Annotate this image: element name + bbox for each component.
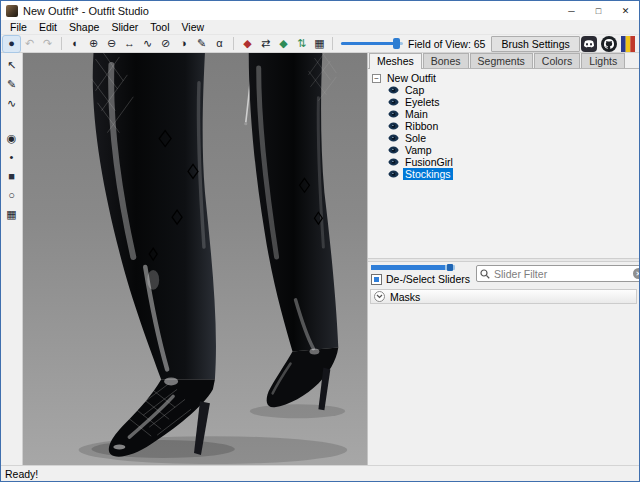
mesh-item-cap[interactable]: Cap	[388, 84, 639, 96]
panel-slider-handle[interactable]	[447, 264, 453, 271]
move-vertex-tool[interactable]: ⇅	[293, 36, 310, 52]
sphere-view-tool[interactable]: ○	[3, 187, 20, 203]
inflate-brush-tool[interactable]: ⊕	[85, 36, 102, 52]
visibility-eye-icon[interactable]	[388, 146, 399, 154]
fov-slider-fill	[341, 42, 394, 45]
left-toolbar: ↖✎∿◉•■○▦	[1, 53, 23, 465]
mesh-item-eyelets[interactable]: Eyelets	[388, 96, 639, 108]
maximize-button[interactable]: □	[585, 1, 612, 20]
mesh-item-main[interactable]: Main	[388, 108, 639, 120]
minimize-button[interactable]: ─	[558, 1, 585, 20]
mask-brush-tool[interactable]: ◐	[67, 36, 84, 52]
masks-group-header[interactable]: Masks	[370, 289, 637, 304]
mesh-item-label: FusionGirl	[403, 156, 455, 168]
discord-icon[interactable]	[581, 36, 597, 52]
visibility-eye-icon[interactable]	[388, 158, 399, 166]
slider-controls-row: De-/Select Sliders ✕	[368, 262, 639, 286]
window-controls: ─ □ ✕	[558, 1, 639, 20]
menu-edit[interactable]: Edit	[33, 20, 63, 34]
toolbar-separator	[233, 37, 234, 50]
tab-segments[interactable]: Segments	[470, 53, 533, 68]
smooth-brush-tool[interactable]: ∿	[139, 36, 156, 52]
tab-bones[interactable]: Bones	[423, 53, 469, 68]
boots-3d-render	[23, 53, 367, 465]
undiff-brush-tool[interactable]: ⊘	[157, 36, 174, 52]
tree-expander-icon[interactable]: −	[372, 74, 381, 83]
menu-slider[interactable]: Slider	[105, 20, 144, 34]
deselect-sliders-button[interactable]: De-/Select Sliders	[371, 272, 470, 286]
tab-lights[interactable]: Lights	[581, 53, 625, 68]
panel-slider[interactable]	[371, 265, 455, 270]
alpha-brush-tool[interactable]: α	[211, 36, 228, 52]
redo-button[interactable]: ↷	[39, 36, 56, 52]
visibility-eye-icon[interactable]	[388, 110, 399, 118]
flag-icon[interactable]	[621, 36, 635, 52]
search-icon	[480, 269, 490, 279]
brush-settings-button[interactable]: Brush Settings	[491, 36, 579, 52]
main-area: ↖✎∿◉•■○▦	[1, 53, 639, 465]
flip-edge-tool[interactable]: ⇄	[257, 36, 274, 52]
visibility-eye-icon[interactable]	[388, 170, 399, 178]
mesh-item-label: Cap	[403, 84, 426, 96]
move-brush-tool[interactable]: ↔	[121, 36, 138, 52]
tab-meshes[interactable]: Meshes	[369, 53, 422, 69]
slider-filter-box[interactable]: ✕	[476, 265, 640, 282]
deflate-brush-tool[interactable]: ⊖	[103, 36, 120, 52]
visibility-eye-icon[interactable]	[388, 98, 399, 106]
window-title: New Outfit* - Outfit Studio	[23, 5, 149, 17]
merge-vertex-tool[interactable]: ▦	[311, 36, 328, 52]
menu-tool[interactable]: Tool	[144, 20, 175, 34]
visibility-eye-icon[interactable]	[388, 86, 399, 94]
fov-label: Field of View: 65	[408, 38, 485, 50]
cursor-select-tool[interactable]: ↖	[3, 57, 20, 73]
grid-toggle[interactable]: ▦	[3, 206, 20, 222]
mesh-item-label: Eyelets	[403, 96, 441, 108]
collapse-chevron-icon[interactable]	[374, 291, 385, 302]
toolbar-separator	[61, 37, 62, 50]
deselect-sliders-icon	[371, 274, 382, 285]
masks-group-label: Masks	[390, 291, 420, 303]
brush-tool[interactable]: ◉	[3, 130, 20, 146]
front-boot	[92, 53, 216, 457]
github-icon[interactable]	[601, 36, 617, 52]
app-icon	[6, 5, 18, 17]
mesh-item-fusiongirl[interactable]: FusionGirl	[388, 156, 639, 168]
visibility-eye-icon[interactable]	[388, 122, 399, 130]
tab-colors[interactable]: Colors	[534, 53, 580, 68]
mesh-tabs: MeshesBonesSegmentsColorsLights	[368, 53, 639, 69]
split-edge-tool[interactable]: ◆	[275, 36, 292, 52]
menu-view[interactable]: View	[176, 20, 211, 34]
visibility-eye-icon[interactable]	[388, 134, 399, 142]
weight-brush-tool[interactable]: ◑	[175, 36, 192, 52]
mesh-tree-root[interactable]: − New Outfit	[372, 72, 639, 84]
mesh-item-label: Ribbon	[403, 120, 440, 132]
collapse-vertex-tool[interactable]: ◆	[239, 36, 256, 52]
toolbar: ●↶↷◐⊕⊖↔∿⊘◑✎α◆⇄◆⇅▦ Field of View: 65 Brus…	[1, 34, 639, 53]
menu-file[interactable]: File	[4, 20, 33, 34]
toolbar-tools: ●↶↷◐⊕⊖↔∿⊘◑✎α◆⇄◆⇅▦	[3, 36, 328, 52]
right-panel: MeshesBonesSegmentsColorsLights − New Ou…	[367, 53, 639, 465]
fov-slider[interactable]	[341, 37, 403, 50]
clear-filter-icon[interactable]: ✕	[633, 268, 640, 279]
undo-button[interactable]: ↶	[21, 36, 38, 52]
fov-slider-handle[interactable]	[393, 38, 400, 49]
mesh-item-sole[interactable]: Sole	[388, 132, 639, 144]
outfit-studio-window: New Outfit* - Outfit Studio ─ □ ✕ FileEd…	[0, 0, 640, 482]
curve-tool[interactable]: ∿	[3, 95, 20, 111]
color-brush-tool[interactable]: ✎	[193, 36, 210, 52]
move-tool[interactable]: ■	[3, 168, 20, 184]
mesh-panel: MeshesBonesSegmentsColorsLights − New Ou…	[368, 53, 639, 258]
select-tool[interactable]: ●	[3, 36, 20, 52]
slider-panel: De-/Select Sliders ✕	[368, 262, 639, 465]
vertex-select-tool[interactable]: •	[3, 149, 20, 165]
pen-tool[interactable]: ✎	[3, 76, 20, 92]
mesh-item-stockings[interactable]: Stockings	[388, 168, 639, 180]
viewport-3d[interactable]	[23, 53, 367, 465]
close-button[interactable]: ✕	[612, 1, 639, 20]
menu-shape[interactable]: Shape	[63, 20, 105, 34]
mesh-item-ribbon[interactable]: Ribbon	[388, 120, 639, 132]
mesh-item-vamp[interactable]: Vamp	[388, 144, 639, 156]
slider-filter-input[interactable]	[494, 268, 629, 280]
deselect-sliders-label: De-/Select Sliders	[386, 273, 470, 285]
toolbar-right-icons	[581, 36, 637, 52]
